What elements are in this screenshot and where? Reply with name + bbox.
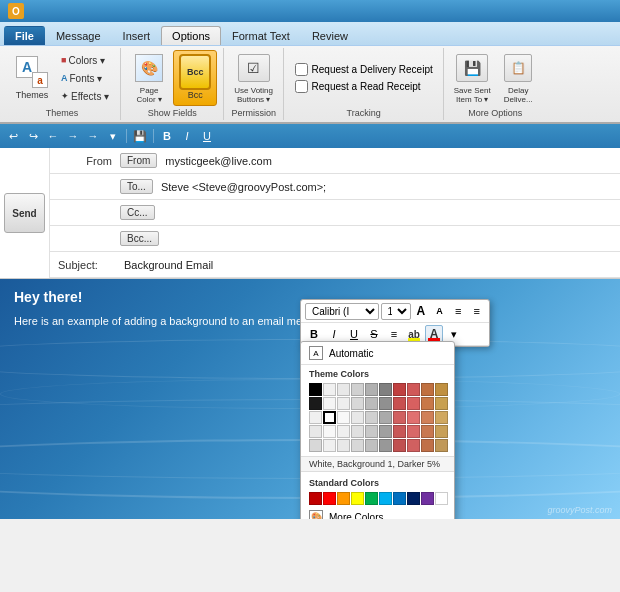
swatch-red2[interactable] [407, 383, 420, 396]
swatch-t57[interactable] [393, 439, 406, 452]
tab-format-text[interactable]: Format Text [221, 26, 301, 45]
tab-file[interactable]: File [4, 26, 45, 45]
std-blue[interactable] [393, 492, 406, 505]
email-body[interactable]: Hey there! Here is an example of adding … [0, 279, 620, 519]
fonts-button[interactable]: A Fonts ▾ [56, 70, 114, 87]
swatch-t46[interactable] [379, 425, 392, 438]
delivery-receipt-row[interactable]: Request a Delivery Receipt [295, 63, 433, 76]
bullets-button[interactable]: ≡ [468, 302, 485, 320]
send-button[interactable]: Send [4, 193, 45, 233]
colors-button[interactable]: ■ Colors ▾ [56, 52, 114, 69]
swatch-t23[interactable] [337, 397, 350, 410]
font-select[interactable]: Calibri (I [305, 303, 379, 320]
swatch-t34[interactable] [351, 411, 364, 424]
read-receipt-checkbox[interactable] [295, 80, 308, 93]
std-yellow[interactable] [351, 492, 364, 505]
swatch-t41[interactable] [309, 425, 322, 438]
save-sent-button[interactable]: 💾 Save SentItem To ▾ [450, 50, 494, 106]
swatch-yellow1[interactable] [435, 383, 448, 396]
swatch-t410[interactable] [435, 425, 448, 438]
indent-button[interactable]: ≡ [450, 302, 467, 320]
swatch-t54[interactable] [351, 439, 364, 452]
qa-bold[interactable]: B [158, 127, 176, 145]
subject-value[interactable]: Background Email [120, 256, 620, 274]
std-red[interactable] [323, 492, 336, 505]
swatch-t42[interactable] [323, 425, 336, 438]
tab-message[interactable]: Message [45, 26, 112, 45]
swatch-t21[interactable] [309, 397, 322, 410]
swatch-t49[interactable] [421, 425, 434, 438]
swatch-t43[interactable] [337, 425, 350, 438]
swatch-gray3[interactable] [365, 383, 378, 396]
qa-underline[interactable]: U [198, 127, 216, 145]
swatch-t56[interactable] [379, 439, 392, 452]
swatch-t48[interactable] [407, 425, 420, 438]
std-lightblue[interactable] [379, 492, 392, 505]
swatch-black[interactable] [309, 383, 322, 396]
swatch-t58[interactable] [407, 439, 420, 452]
qa-back[interactable]: ← [44, 127, 62, 145]
swatch-t47[interactable] [393, 425, 406, 438]
font-grow-button[interactable]: A [413, 302, 430, 320]
qa-dropdown[interactable]: ▾ [104, 127, 122, 145]
bcc-field-button[interactable]: Bcc... [120, 231, 159, 246]
read-receipt-row[interactable]: Request a Read Receipt [295, 80, 433, 93]
swatch-t53[interactable] [337, 439, 350, 452]
page-color-button[interactable]: 🎨 PageColor ▾ [127, 50, 171, 106]
swatch-t22[interactable] [323, 397, 336, 410]
themes-button[interactable]: A a Themes [10, 50, 54, 106]
swatch-t36[interactable] [379, 411, 392, 424]
swatch-t59[interactable] [421, 439, 434, 452]
swatch-t55[interactable] [365, 439, 378, 452]
swatch-t25[interactable] [365, 397, 378, 410]
swatch-t28[interactable] [407, 397, 420, 410]
tab-options[interactable]: Options [161, 26, 221, 45]
swatch-t510[interactable] [435, 439, 448, 452]
delivery-receipt-checkbox[interactable] [295, 63, 308, 76]
qa-forward[interactable]: → [64, 127, 82, 145]
font-shrink-button[interactable]: A [431, 302, 448, 320]
std-darkblue[interactable] [407, 492, 420, 505]
swatch-t52[interactable] [323, 439, 336, 452]
swatch-white[interactable] [323, 383, 336, 396]
qa-redo[interactable]: ↪ [24, 127, 42, 145]
std-white[interactable] [435, 492, 448, 505]
swatch-t27[interactable] [393, 397, 406, 410]
swatch-t44[interactable] [351, 425, 364, 438]
std-orange[interactable] [337, 492, 350, 505]
cp-automatic-row[interactable]: A Automatic [301, 342, 454, 365]
delay-delivery-button[interactable]: 📋 DelayDelive... [496, 50, 540, 106]
std-darkred[interactable] [309, 492, 322, 505]
swatch-t310[interactable] [435, 411, 448, 424]
swatch-t29[interactable] [421, 397, 434, 410]
swatch-t24[interactable] [351, 397, 364, 410]
use-voting-button[interactable]: ☑ Use VotingButtons ▾ [232, 50, 276, 106]
qa-save[interactable]: 💾 [131, 127, 149, 145]
swatch-orange1[interactable] [421, 383, 434, 396]
swatch-t39[interactable] [421, 411, 434, 424]
swatch-t33[interactable] [337, 411, 350, 424]
tab-insert[interactable]: Insert [112, 26, 162, 45]
swatch-t38[interactable] [407, 411, 420, 424]
swatch-t32[interactable] [323, 411, 336, 424]
swatch-t26[interactable] [379, 397, 392, 410]
swatch-gray4[interactable] [379, 383, 392, 396]
swatch-t31[interactable] [309, 411, 322, 424]
std-green[interactable] [365, 492, 378, 505]
swatch-gray2[interactable] [351, 383, 364, 396]
cc-button[interactable]: Cc... [120, 205, 155, 220]
qa-forward2[interactable]: → [84, 127, 102, 145]
swatch-red1[interactable] [393, 383, 406, 396]
more-colors-row[interactable]: 🎨 More Colors... [301, 507, 454, 519]
qa-undo[interactable]: ↩ [4, 127, 22, 145]
qa-italic[interactable]: I [178, 127, 196, 145]
effects-button[interactable]: ✦ Effects ▾ [56, 88, 114, 105]
tab-review[interactable]: Review [301, 26, 359, 45]
font-size-select[interactable]: 11 [381, 303, 411, 320]
swatch-t37[interactable] [393, 411, 406, 424]
swatch-t45[interactable] [365, 425, 378, 438]
swatch-t210[interactable] [435, 397, 448, 410]
swatch-t51[interactable] [309, 439, 322, 452]
swatch-t35[interactable] [365, 411, 378, 424]
to-button[interactable]: To... [120, 179, 153, 194]
